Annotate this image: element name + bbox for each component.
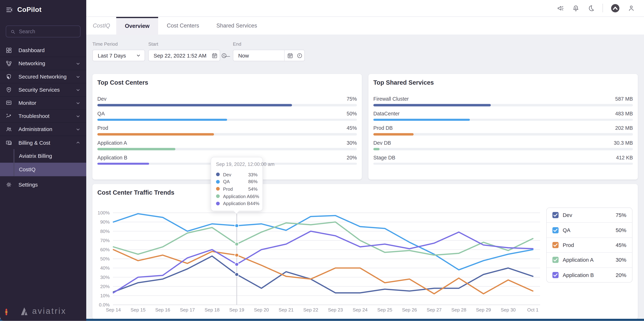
topbar <box>86 0 644 17</box>
x-axis-tick-label: Sep 27 <box>426 307 442 312</box>
bar-row-dev-db: Dev DB30.3 MB <box>374 140 633 150</box>
x-axis-tick-label: Sep 20 <box>254 307 269 312</box>
legend-label: QA <box>562 227 616 233</box>
app-title: CoPilot <box>17 6 42 14</box>
bar-track <box>98 104 357 106</box>
announcements-icon[interactable] <box>557 4 564 12</box>
sidebar-item-aviatrix-billing[interactable]: Aviatrix Billing <box>0 149 86 163</box>
aviatrix-circle-logo-icon[interactable] <box>611 4 620 12</box>
y-axis-tick-label: 60% <box>100 247 110 252</box>
dark-mode-moon-icon[interactable] <box>588 4 595 12</box>
series-value: 33% <box>248 172 258 177</box>
sidebar-item-label: Settings <box>18 181 80 188</box>
end-label: End <box>233 42 241 46</box>
legend-label: Application A <box>562 257 616 263</box>
legend-label: Dev <box>562 212 616 218</box>
hover-dot-dev <box>235 273 238 276</box>
chart-tooltip: Sep 19, 2022, 12:00:00 am Dev33%QA86%Pro… <box>211 157 263 211</box>
sidebar-item-settings[interactable]: Settings <box>0 178 86 191</box>
bar-track <box>98 133 357 136</box>
bar-label: Application A <box>98 140 127 146</box>
bar-value: 202 MB <box>615 126 633 131</box>
end-datetime-input[interactable]: Now <box>233 50 305 61</box>
shield-half-icon <box>6 74 12 80</box>
legend-row-qa[interactable]: QA50% <box>546 223 632 238</box>
dashboard-icon <box>6 47 12 54</box>
sidebar-item-security-services[interactable]: Security Services <box>0 84 86 96</box>
bar-fill <box>98 133 214 136</box>
x-axis-tick-label: Sep 24 <box>352 307 368 312</box>
tooltip-row-application-a: Application A66% <box>216 192 258 200</box>
x-axis-tick-label: Sep 26 <box>402 307 417 312</box>
search-input[interactable]: Search <box>6 26 80 38</box>
y-axis-tick-label: 0.0% <box>99 302 110 308</box>
series-value: 66% <box>250 194 259 198</box>
tooltip-row-prod: Prod54% <box>216 185 258 192</box>
y-axis-tick-label: 50% <box>100 256 110 262</box>
clock-icon[interactable] <box>296 52 302 58</box>
legend-row-prod[interactable]: Prod45% <box>546 238 632 253</box>
legend-value: 50% <box>616 227 626 233</box>
sidebar-item-networking[interactable]: Networking <box>0 57 86 70</box>
notifications-bell-icon[interactable] <box>572 4 580 12</box>
tooltip-date: Sep 19, 2022, 12:00:00 am <box>216 162 258 167</box>
legend-checkbox[interactable] <box>552 212 558 218</box>
x-axis-tick-label: Sep 14 <box>106 307 121 312</box>
tab-shared-services[interactable]: Shared Services <box>208 17 266 34</box>
bar-value: 30.3 MB <box>614 140 633 146</box>
series-name: Dev <box>223 172 248 177</box>
monitor-icon <box>6 100 12 106</box>
x-axis-tick-label: Sep 25 <box>377 307 392 312</box>
bar-track <box>374 163 633 165</box>
bottom-status-strip <box>0 319 644 321</box>
series-color-dot <box>216 187 220 191</box>
red-flower-icon <box>3 308 10 316</box>
legend-checkbox[interactable] <box>552 242 558 248</box>
chevron-down-icon <box>136 53 141 58</box>
legend-checkbox[interactable] <box>552 257 558 263</box>
user-profile-icon[interactable] <box>628 4 635 12</box>
tab-cost-centers[interactable]: Cost Centers <box>158 17 208 34</box>
gear-icon <box>6 181 12 188</box>
bar-label: QA <box>98 111 105 116</box>
bar-fill <box>374 148 380 150</box>
sidebar-collapse-icon[interactable] <box>6 6 13 13</box>
chart-title: Cost Center Traffic Trends <box>98 189 633 196</box>
legend-row-application-b[interactable]: Application B20% <box>546 268 632 282</box>
legend-row-application-a[interactable]: Application A30% <box>546 253 632 268</box>
shield-plus-icon <box>6 87 12 93</box>
bar-row-datacenter: DataCenter483 MB <box>374 111 633 121</box>
series-color-dot <box>216 173 220 176</box>
series-name: QA <box>223 179 248 184</box>
sidebar-item-troubleshoot[interactable]: Troubleshoot <box>0 110 86 123</box>
legend-checkbox[interactable] <box>552 272 558 278</box>
chevron-down-icon <box>76 61 80 66</box>
sidebar-item-secured-networking[interactable]: Secured Networking <box>0 70 86 84</box>
bar-track <box>374 104 633 106</box>
x-axis-tick-label: Sep 19 <box>229 307 244 312</box>
legend-checkbox[interactable] <box>552 227 558 233</box>
sidebar-item-costiq[interactable]: CostIQ <box>0 163 86 176</box>
calendar-icon[interactable] <box>287 52 293 58</box>
calendar-icon[interactable] <box>211 52 218 58</box>
tab-overview[interactable]: Overview <box>116 17 158 34</box>
start-datetime-input[interactable]: Sep 22, 2022 1:52 AM <box>148 50 220 61</box>
bar-label: Prod <box>98 126 108 131</box>
legend-value: 45% <box>616 242 626 248</box>
time-period-select[interactable]: Last 7 Days <box>92 50 145 61</box>
chevron-down-icon <box>76 100 80 105</box>
sidebar-item-dashboard[interactable]: Dashboard <box>0 44 86 57</box>
sidebar-item-monitor[interactable]: Monitor <box>0 96 86 110</box>
sidebar-item-label: Billing & Cost <box>18 140 76 146</box>
bar-row-prod-db: Prod DB202 MB <box>374 126 633 136</box>
series-name: Application B <box>223 201 250 206</box>
bar-row-dev: Dev75% <box>98 96 357 106</box>
y-axis-tick-label: 30% <box>100 275 110 280</box>
sidebar-item-label: Troubleshoot <box>18 113 76 119</box>
y-axis-tick-label: 80% <box>100 228 110 234</box>
sidebar-item-administration[interactable]: Administration <box>0 123 86 136</box>
series-color-dot <box>216 180 220 184</box>
legend-row-dev[interactable]: Dev75% <box>546 208 632 223</box>
sidebar-item-billing-cost[interactable]: Billing & Cost <box>0 136 86 149</box>
end-datetime-value: Now <box>233 52 282 58</box>
